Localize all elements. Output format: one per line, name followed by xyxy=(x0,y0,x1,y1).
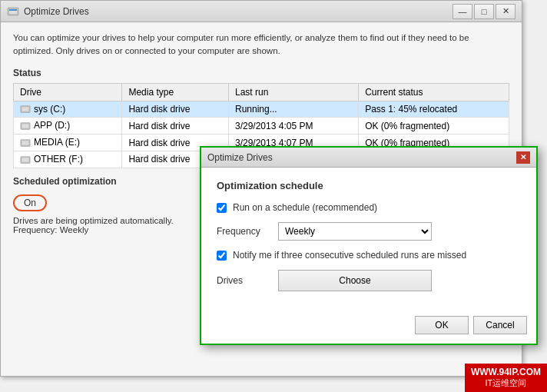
current-status-cell: Pass 1: 45% relocated xyxy=(359,101,509,118)
notify-checkbox-label[interactable]: Notify me if three consecutive scheduled… xyxy=(233,250,466,261)
last-run-cell: Running... xyxy=(229,101,359,118)
current-status-cell: OK (0% fragmented) xyxy=(359,118,509,135)
drives-row: Drives Choose xyxy=(217,270,521,291)
notify-checkbox[interactable] xyxy=(217,251,227,261)
title-bar-left: Optimize Drives xyxy=(7,5,89,18)
main-window-title: Optimize Drives xyxy=(24,6,89,17)
close-button[interactable]: ✕ xyxy=(496,4,516,19)
choose-button[interactable]: Choose xyxy=(278,270,432,291)
col-header-drive: Drive xyxy=(14,83,122,101)
col-header-status: Current status xyxy=(359,83,509,101)
svg-rect-6 xyxy=(22,125,29,128)
drive-cell: MEDIA (E:) xyxy=(14,135,122,151)
maximize-button[interactable]: □ xyxy=(474,4,494,19)
dialog-content: Optimization schedule Run on a schedule … xyxy=(201,168,536,310)
status-label: Status xyxy=(13,68,509,78)
drive-cell: OTHER (F:) xyxy=(14,151,122,168)
dialog-footer: OK Cancel xyxy=(201,310,536,344)
dialog-section-title: Optimization schedule xyxy=(217,180,521,191)
dialog-close-button[interactable]: ✕ xyxy=(516,151,530,164)
app-icon xyxy=(7,5,19,18)
watermark-line2: IT运维空间 xyxy=(471,377,541,389)
svg-rect-2 xyxy=(9,9,17,11)
drive-cell: APP (D:) xyxy=(14,118,122,135)
schedule-checkbox-label[interactable]: Run on a schedule (recommended) xyxy=(233,202,377,213)
drives-control: Choose xyxy=(278,270,521,291)
col-header-media: Media type xyxy=(122,83,229,101)
dialog-title: Optimize Drives xyxy=(207,152,273,163)
col-header-lastrun: Last run xyxy=(229,83,359,101)
watermark-line1: WWW.94IP.COM xyxy=(471,367,541,377)
frequency-row: Frequency Daily Weekly Monthly xyxy=(217,222,521,241)
dialog-window: Optimize Drives ✕ Optimization schedule … xyxy=(200,146,538,345)
notify-checkbox-row: Notify me if three consecutive scheduled… xyxy=(217,250,521,261)
media-type-cell: Hard disk drive xyxy=(122,101,229,118)
last-run-cell: 3/29/2013 4:05 PM xyxy=(229,118,359,135)
schedule-checkbox[interactable] xyxy=(217,203,227,213)
svg-rect-8 xyxy=(22,141,29,145)
table-row[interactable]: sys (C:)Hard disk driveRunning...Pass 1:… xyxy=(14,101,509,118)
cancel-button[interactable]: Cancel xyxy=(473,316,527,334)
svg-rect-4 xyxy=(22,108,29,111)
drives-label: Drives xyxy=(217,275,278,286)
frequency-control: Daily Weekly Monthly xyxy=(278,222,521,241)
frequency-select[interactable]: Daily Weekly Monthly xyxy=(278,222,432,241)
description-text: You can optimize your drives to help you… xyxy=(13,32,509,58)
schedule-checkbox-row: Run on a schedule (recommended) xyxy=(217,202,521,213)
minimize-button[interactable]: — xyxy=(453,4,472,19)
drive-cell: sys (C:) xyxy=(14,101,122,118)
media-type-cell: Hard disk drive xyxy=(122,118,229,135)
title-bar-buttons: — □ ✕ xyxy=(453,4,516,19)
main-title-bar: Optimize Drives — □ ✕ xyxy=(1,1,522,22)
dialog-title-bar: Optimize Drives ✕ xyxy=(201,148,536,168)
frequency-label: Frequency xyxy=(217,226,278,237)
svg-rect-10 xyxy=(22,158,29,161)
watermark: WWW.94IP.COM IT运维空间 xyxy=(465,364,547,392)
table-row[interactable]: APP (D:)Hard disk drive3/29/2013 4:05 PM… xyxy=(14,118,509,135)
on-badge: On xyxy=(13,194,47,211)
ok-button[interactable]: OK xyxy=(415,316,469,334)
